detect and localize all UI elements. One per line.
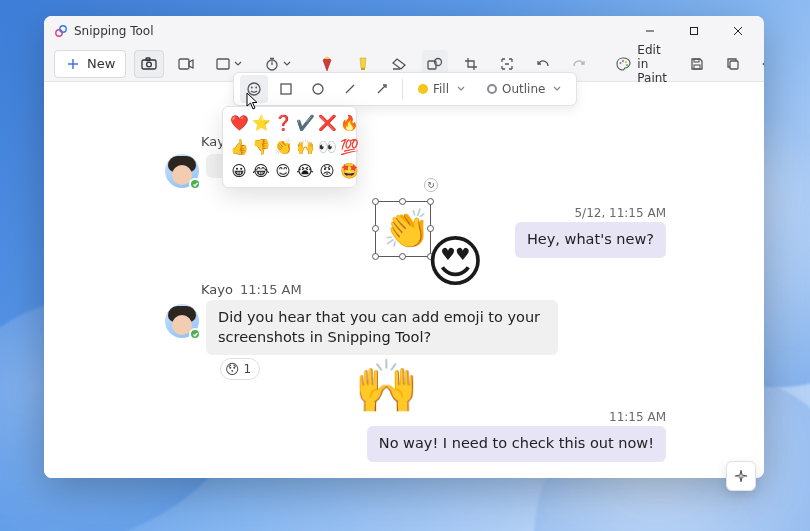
- arrow-shape-button[interactable]: [368, 75, 396, 103]
- emoji-option[interactable]: 😊: [273, 161, 293, 181]
- maximize-button[interactable]: [672, 16, 716, 46]
- outline-color-swatch: [487, 84, 497, 94]
- avatar-kay: [165, 154, 199, 188]
- line-shape-button[interactable]: [336, 75, 364, 103]
- svg-point-29: [763, 62, 764, 65]
- svg-line-37: [346, 85, 354, 93]
- fill-color-swatch: [418, 84, 428, 94]
- resize-handle-sw[interactable]: [372, 253, 379, 260]
- emoji-option[interactable]: 🤩: [339, 161, 359, 181]
- sender-label-kayo: Kayo: [201, 282, 233, 297]
- camera-icon: [141, 56, 157, 72]
- resize-handle-ne[interactable]: [427, 198, 434, 205]
- emoji-shape-button[interactable]: [240, 75, 268, 103]
- svg-point-23: [622, 60, 624, 62]
- reaction-count: 1: [244, 362, 252, 376]
- video-icon: [178, 56, 194, 72]
- resize-handle-n[interactable]: [399, 198, 406, 205]
- svg-point-34: [255, 87, 257, 89]
- svg-point-1: [60, 26, 66, 32]
- share-fab[interactable]: [726, 461, 756, 491]
- emoji-option[interactable]: ❌: [317, 113, 337, 133]
- sender-time-kayo: 11:15 AM: [240, 282, 302, 297]
- emoji-option[interactable]: 👍: [229, 137, 249, 157]
- shape-toolbar: Fill Outline: [233, 72, 577, 106]
- record-mode-button[interactable]: [172, 50, 200, 78]
- timestamp-out-1: 5/12, 11:15 AM: [574, 206, 666, 220]
- smiley-icon: [246, 81, 262, 97]
- circle-icon: [310, 81, 326, 97]
- screenshot-mode-button[interactable]: [134, 50, 164, 78]
- save-button[interactable]: [683, 50, 711, 78]
- reaction-emoji: 😯: [225, 361, 240, 377]
- emoji-option[interactable]: 👏: [273, 137, 293, 157]
- plus-icon: [65, 56, 81, 72]
- canvas[interactable]: Kay 5/12, 11:15 AM Hey, what's new? Kayo…: [44, 82, 764, 478]
- svg-rect-11: [179, 59, 189, 69]
- app-icon: [54, 24, 68, 38]
- emoji-option[interactable]: 🙌: [295, 137, 315, 157]
- shapes-icon: [427, 56, 443, 72]
- rotate-handle[interactable]: ↻: [424, 178, 438, 192]
- edit-in-paint-label: Edit in Paint: [637, 43, 667, 85]
- emoji-option[interactable]: 💯: [339, 137, 359, 157]
- svg-point-24: [625, 61, 627, 63]
- emoji-option[interactable]: ❤️: [229, 113, 249, 133]
- close-button[interactable]: [716, 16, 760, 46]
- svg-point-25: [626, 64, 628, 66]
- emoji-option[interactable]: ✔️: [295, 113, 315, 133]
- window-title: Snipping Tool: [74, 24, 153, 38]
- highlighter-icon: [355, 56, 371, 72]
- svg-rect-3: [691, 28, 698, 35]
- resize-handle-w[interactable]: [372, 225, 379, 232]
- rectangle-shape-button[interactable]: [272, 75, 300, 103]
- new-button[interactable]: New: [54, 50, 126, 78]
- outline-dropdown[interactable]: Outline: [478, 75, 570, 103]
- divider: [402, 79, 403, 99]
- sparkle-icon: [733, 468, 749, 484]
- resize-handle-nw[interactable]: [372, 198, 379, 205]
- window-controls: [628, 16, 760, 46]
- minimize-button[interactable]: [628, 16, 672, 46]
- svg-point-32: [248, 83, 260, 95]
- redo-icon: [571, 56, 587, 72]
- svg-line-38: [378, 85, 386, 93]
- crop-icon: [463, 56, 479, 72]
- placed-emoji-clap[interactable]: 👏: [383, 210, 430, 248]
- edit-in-paint-button[interactable]: Edit in Paint: [608, 50, 675, 78]
- save-icon: [690, 56, 704, 72]
- chevron-down-icon: [234, 61, 242, 67]
- emoji-option[interactable]: 😂: [251, 161, 271, 181]
- svg-point-36: [313, 84, 323, 94]
- emoji-option[interactable]: 👀: [317, 137, 337, 157]
- square-icon: [278, 81, 294, 97]
- placed-emoji-raised-hands[interactable]: 🙌: [354, 360, 419, 412]
- emoji-option[interactable]: 😀: [229, 161, 249, 181]
- fill-dropdown[interactable]: Fill: [409, 75, 474, 103]
- new-button-label: New: [87, 56, 115, 71]
- copy-icon: [726, 56, 740, 72]
- circle-shape-button[interactable]: [304, 75, 332, 103]
- scan-text-icon: [499, 56, 515, 72]
- reaction-pill[interactable]: 😯 1: [220, 358, 260, 380]
- emoji-option[interactable]: 😡: [317, 161, 337, 181]
- svg-rect-16: [325, 57, 329, 59]
- emoji-option[interactable]: ❓: [273, 113, 293, 133]
- emoji-option[interactable]: 👎: [251, 137, 271, 157]
- more-button[interactable]: [755, 50, 764, 78]
- presence-badge: [189, 178, 201, 190]
- timestamp-out-2: 11:15 AM: [609, 410, 666, 424]
- svg-rect-28: [730, 61, 738, 69]
- undo-icon: [535, 56, 551, 72]
- chat-bubble-out-1: Hey, what's new?: [515, 222, 666, 258]
- eraser-icon: [391, 56, 407, 72]
- placed-emoji-heart-eyes[interactable]: 😍: [426, 234, 484, 290]
- emoji-option[interactable]: 😭: [295, 161, 315, 181]
- emoji-option[interactable]: 🔥: [339, 113, 359, 133]
- pen-icon: [319, 56, 335, 72]
- titlebar: Snipping Tool: [44, 16, 764, 46]
- fill-label: Fill: [433, 82, 449, 96]
- resize-handle-s[interactable]: [399, 253, 406, 260]
- copy-button[interactable]: [719, 50, 747, 78]
- emoji-option[interactable]: ⭐: [251, 113, 271, 133]
